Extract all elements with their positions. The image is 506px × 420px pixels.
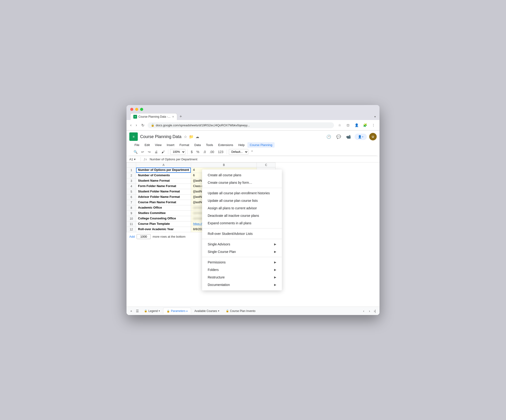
toolbar-divider-3 xyxy=(227,149,227,154)
share-icon: 👤+ xyxy=(358,135,364,138)
sheet-tab-0[interactable]: 🔒Legend▾ xyxy=(141,308,163,314)
decimal-dec-icon[interactable]: .0 xyxy=(202,149,207,155)
currency-icon[interactable]: $ xyxy=(189,149,194,155)
percent-icon[interactable]: % xyxy=(195,149,201,155)
col-header-c: C xyxy=(257,163,276,168)
menu-data[interactable]: Data xyxy=(192,142,203,148)
cell-a-11[interactable]: Course Plan Template xyxy=(136,221,191,227)
star-icon[interactable]: ☆ xyxy=(184,135,187,139)
zoom-select[interactable]: 100% xyxy=(170,149,185,155)
menu-format[interactable]: Format xyxy=(177,142,192,148)
dropdown-item-2[interactable]: Update all course plan enrollment histor… xyxy=(202,189,282,197)
row-number: 6 xyxy=(127,194,136,200)
cell-a-3[interactable]: Student Name Format xyxy=(136,178,191,183)
more-icon[interactable]: ⋮ xyxy=(370,122,377,129)
dropdown-item-10[interactable]: Permissions▶ xyxy=(202,258,282,266)
menu-view[interactable]: View xyxy=(153,142,164,148)
folder-icon[interactable]: 📁 xyxy=(189,135,194,139)
bookmark-icon[interactable]: ☆ xyxy=(336,122,343,129)
format-paint-icon[interactable]: 🖌 xyxy=(160,149,166,155)
sheet-tab-arrow-icon: ▾ xyxy=(218,310,219,312)
menu-course-planning[interactable]: Course Planning xyxy=(247,142,275,148)
redo-icon[interactable]: ↪ xyxy=(146,149,152,155)
format-123-icon[interactable]: 123 xyxy=(216,149,225,155)
tab-chevron-icon[interactable]: ▾ xyxy=(374,115,376,118)
cell-a-9[interactable]: Studies Committee xyxy=(136,211,191,216)
menu-help[interactable]: Help xyxy=(236,142,247,148)
sheet-tab-label: Legend xyxy=(148,309,158,313)
dropdown-item-0[interactable]: Create all course plans xyxy=(202,171,282,179)
cell-a-5[interactable]: Student Folder Name Format xyxy=(136,189,191,194)
cloud-icon[interactable]: ☁ xyxy=(195,135,199,139)
cell-a-8[interactable]: Academic Office xyxy=(136,205,191,210)
menu-extensions[interactable]: Extensions xyxy=(216,142,236,148)
reload-button[interactable]: ↻ xyxy=(140,123,145,128)
dropdown-item-8[interactable]: Single Advisors▶ xyxy=(202,240,282,248)
url-text: docs.google.com/spreadsheets/d/19RS2ecJ4… xyxy=(156,123,331,127)
add-sheet-button[interactable]: + xyxy=(128,308,134,314)
sheet-lock-icon: 🔒 xyxy=(226,309,229,312)
cell-a-2[interactable]: Number of Comments xyxy=(136,173,191,178)
print-icon[interactable]: 🖨 xyxy=(153,149,159,155)
dropdown-item-11[interactable]: Folders▶ xyxy=(202,266,282,273)
profile-icon[interactable]: 👤 xyxy=(353,122,360,129)
extension-icon[interactable]: 🧩 xyxy=(362,122,368,129)
close-button[interactable] xyxy=(130,108,133,111)
dropdown-item-13[interactable]: Documentation▶ xyxy=(202,281,282,289)
avatar[interactable]: U xyxy=(369,133,377,140)
fullscreen-button[interactable] xyxy=(140,108,143,111)
cell-a-6[interactable]: Advisor Folder Name Format xyxy=(136,194,191,200)
add-rows-link[interactable]: Add xyxy=(129,235,135,238)
cell-a-12[interactable]: Roll-over Academic Year xyxy=(136,227,191,232)
cast-icon[interactable]: ⊡ xyxy=(345,122,351,129)
dropdown-separator xyxy=(202,228,282,228)
dropdown-item-label: Restructure xyxy=(208,275,225,279)
sheet-list-button[interactable]: ☰ xyxy=(134,308,141,314)
sheet-tab-3[interactable]: 🔒Course Plan Invento xyxy=(222,308,259,314)
tab-close-icon[interactable]: ✕ xyxy=(172,115,174,118)
menu-tools[interactable]: Tools xyxy=(203,142,215,148)
dropdown-item-1[interactable]: Create course plans by form… xyxy=(202,179,282,186)
sheet-next-button[interactable]: › xyxy=(367,308,372,314)
search-icon[interactable]: 🔍 xyxy=(132,149,139,155)
row-number: 2 xyxy=(127,173,136,178)
undo-icon[interactable]: ↩ xyxy=(140,149,146,155)
dropdown-item-7[interactable]: Roll-over Student/Advisor Lists xyxy=(202,230,282,237)
forward-button[interactable]: › xyxy=(135,123,138,128)
cell-a-10[interactable]: College Counseling Office xyxy=(136,216,191,221)
sheet-tab-1[interactable]: 🔒Parameters▾ xyxy=(163,308,191,314)
dropdown-item-4[interactable]: Assign all plans to current advisor xyxy=(202,204,282,212)
share-button[interactable]: 👤+ xyxy=(355,134,367,140)
sheet-collapse-button[interactable]: ›| xyxy=(372,308,378,314)
dropdown-item-3[interactable]: Update all course plan course lists xyxy=(202,197,282,204)
cell-a-4[interactable]: Form Folder Name Format xyxy=(136,184,191,189)
dropdown-item-label: Create course plans by form… xyxy=(208,181,252,184)
dropdown-item-6[interactable]: Expand comments in all plans xyxy=(202,219,282,227)
dropdown-item-12[interactable]: Restructure▶ xyxy=(202,273,282,281)
active-tab[interactable]: ≡ Course Planning Data - Google... ✕ xyxy=(130,113,177,120)
cell-a-1[interactable]: Number of Options per Department xyxy=(136,168,191,173)
menu-edit[interactable]: Edit xyxy=(142,142,152,148)
menu-insert[interactable]: Insert xyxy=(164,142,177,148)
sheet-tab-2[interactable]: Available Courses▾ xyxy=(191,308,222,314)
cell-reference[interactable]: A1 ▾ xyxy=(129,157,139,161)
add-rows-input[interactable] xyxy=(137,234,151,239)
new-tab-button[interactable]: + xyxy=(178,114,184,119)
font-select[interactable]: Default... xyxy=(229,149,248,155)
url-box[interactable]: 🔒 docs.google.com/spreadsheets/d/19RS2ec… xyxy=(148,122,334,128)
menu-file[interactable]: File xyxy=(132,142,142,148)
sheet-prev-button[interactable]: ‹ xyxy=(361,308,366,314)
col-header-b: B xyxy=(191,163,257,168)
expand-icon[interactable]: ⌃ xyxy=(249,149,255,155)
minimize-button[interactable] xyxy=(135,108,138,111)
history-icon[interactable]: 🕐 xyxy=(325,133,333,140)
decimal-inc-icon[interactable]: .00 xyxy=(208,149,215,155)
dropdown-item-5[interactable]: Deactivate all inactive course plans xyxy=(202,212,282,219)
menu-bar: File Edit View Insert Format Data Tools … xyxy=(129,142,377,148)
dropdown-item-9[interactable]: Single Course Plan▶ xyxy=(202,248,282,255)
back-button[interactable]: ‹ xyxy=(129,123,132,128)
cell-ref-arrow[interactable]: ▾ xyxy=(134,157,136,161)
cell-a-7[interactable]: Course Plan Name Format xyxy=(136,200,191,205)
comment-icon[interactable]: 💬 xyxy=(335,133,342,140)
meet-icon[interactable]: 📹 xyxy=(345,133,352,140)
